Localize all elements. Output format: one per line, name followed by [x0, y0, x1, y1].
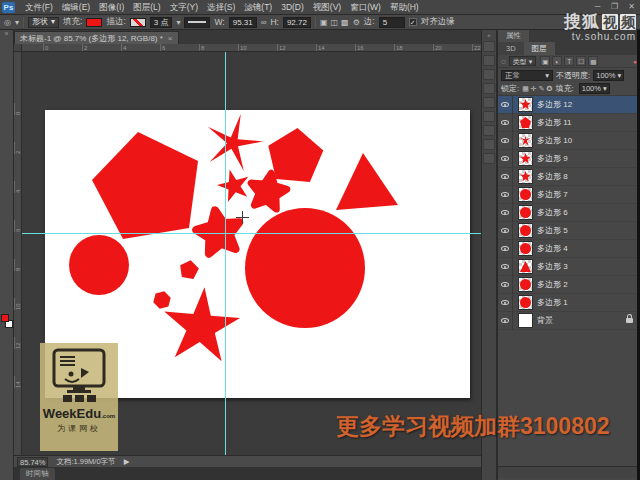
toolbar-collapse-icon[interactable]: »: [0, 30, 13, 38]
fill-color-swatch[interactable]: [86, 18, 102, 27]
history-panel-icon[interactable]: [483, 41, 495, 52]
visibility-toggle[interactable]: [498, 240, 513, 258]
多边形 6[interactable]: 多边形 6: [498, 204, 640, 222]
menu-item[interactable]: 帮助(H): [386, 0, 423, 14]
shape-circle-large[interactable]: [245, 208, 365, 328]
shape-star-thin[interactable]: [208, 114, 263, 171]
多边形 4[interactable]: 多边形 4: [498, 240, 640, 258]
多边形 8[interactable]: 多边形 8: [498, 168, 640, 186]
gear-icon[interactable]: ⚙: [353, 18, 360, 27]
layer-thumbnail[interactable]: [518, 133, 533, 148]
多边形 1[interactable]: 多边形 1: [498, 294, 640, 312]
多边形 9[interactable]: 多边形 9: [498, 150, 640, 168]
path-operation-icon[interactable]: ▩: [341, 18, 349, 27]
layer-filter-icon[interactable]: ▩: [588, 56, 598, 66]
layer-thumbnail[interactable]: [518, 277, 533, 292]
多边形 2[interactable]: 多边形 2: [498, 276, 640, 294]
layer-name[interactable]: 多边形 6: [537, 207, 568, 218]
layer-thumbnail[interactable]: [518, 313, 533, 328]
stroke-width-arrow-icon[interactable]: ▾: [176, 18, 180, 27]
visibility-toggle[interactable]: [498, 186, 513, 204]
status-expand-icon[interactable]: ▶: [124, 457, 130, 466]
menu-item[interactable]: 图像(I): [95, 0, 128, 14]
layer-filter-icon[interactable]: ▣: [540, 56, 550, 66]
zoom-level-field[interactable]: 85.74%: [17, 457, 48, 467]
foreground-color-swatch[interactable]: [1, 314, 9, 322]
menu-item[interactable]: 文字(Y): [166, 0, 202, 14]
character-panel-icon[interactable]: [483, 111, 495, 122]
lock-option-icon[interactable]: ✪: [547, 85, 553, 93]
visibility-toggle[interactable]: [498, 96, 513, 114]
fill-field[interactable]: 100% ▾: [579, 83, 610, 94]
visibility-toggle[interactable]: [498, 132, 513, 150]
menu-item[interactable]: 编辑(E): [58, 0, 94, 14]
visibility-toggle[interactable]: [498, 294, 513, 312]
layer-thumbnail[interactable]: [518, 115, 533, 130]
背景[interactable]: 背景: [498, 312, 640, 330]
多边形 10[interactable]: 多边形 10: [498, 132, 640, 150]
sides-field[interactable]: 5: [379, 17, 405, 28]
path-operation-icon[interactable]: ◫: [331, 18, 339, 27]
shape-hexagon-tiny[interactable]: [153, 291, 170, 308]
shape-star-large[interactable]: [164, 287, 240, 361]
guide-vertical[interactable]: [225, 52, 226, 455]
tool-preset-arrow-icon[interactable]: ▾: [15, 18, 19, 27]
layer-filter-icon[interactable]: ◐: [552, 56, 562, 66]
path-operation-icon[interactable]: ▣: [320, 18, 328, 27]
color-panel-icon[interactable]: [483, 69, 495, 80]
visibility-toggle[interactable]: [498, 258, 513, 276]
menu-item[interactable]: 视图(V): [309, 0, 345, 14]
align-edges-checkbox[interactable]: ✓: [409, 18, 417, 26]
多边形 3[interactable]: 多边形 3: [498, 258, 640, 276]
layer-thumbnail[interactable]: [518, 151, 533, 166]
layer-filter-icon[interactable]: T: [564, 56, 574, 66]
layer-thumbnail[interactable]: [518, 169, 533, 184]
layer-name[interactable]: 多边形 10: [537, 135, 572, 146]
layer-filter-icon[interactable]: ☐: [576, 56, 586, 66]
visibility-toggle[interactable]: [498, 204, 513, 222]
layer-thumbnail[interactable]: [518, 223, 533, 238]
stroke-width-field[interactable]: 3 点: [150, 17, 173, 28]
多边形 12[interactable]: 多边形 12: [498, 96, 640, 114]
menu-item[interactable]: 3D(D): [277, 0, 308, 14]
tab-3d[interactable]: 3D: [498, 42, 524, 55]
visibility-toggle[interactable]: [498, 114, 513, 132]
shape-circle-left[interactable]: [69, 235, 129, 295]
layer-thumbnail[interactable]: [518, 187, 533, 202]
visibility-toggle[interactable]: [498, 168, 513, 186]
layer-thumbnail[interactable]: [518, 97, 533, 112]
tool-mode-dropdown[interactable]: 形状 ▾: [28, 17, 59, 28]
shape-pentagon-top-right[interactable]: [268, 128, 323, 182]
menu-item[interactable]: 选择(S): [203, 0, 239, 14]
menu-item[interactable]: 滤镜(T): [240, 0, 276, 14]
layer-thumbnail[interactable]: [518, 241, 533, 256]
layer-name[interactable]: 多边形 2: [537, 279, 568, 290]
dock-collapse-icon[interactable]: «: [487, 32, 490, 38]
swatches-panel-icon[interactable]: [483, 55, 495, 66]
layer-name[interactable]: 多边形 3: [537, 261, 568, 272]
多边形 11[interactable]: 多边形 11: [498, 114, 640, 132]
document-tab[interactable]: 未标题-1 @ 85.7% (多边形 12, RGB/8) * ×: [14, 31, 179, 44]
shape-width-field[interactable]: 95.31: [229, 17, 257, 28]
visibility-toggle[interactable]: [498, 150, 513, 168]
info-panel-icon[interactable]: [483, 139, 495, 150]
visibility-toggle[interactable]: [498, 312, 513, 330]
stroke-color-swatch[interactable]: [130, 18, 146, 27]
left-ruler[interactable]: 02468101214: [14, 52, 22, 455]
lock-option-icon[interactable]: ✎: [539, 85, 545, 93]
layer-name[interactable]: 多边形 12: [537, 99, 572, 110]
shape-height-field[interactable]: 92.72: [283, 17, 311, 28]
lock-option-icon[interactable]: ✛: [531, 85, 537, 93]
styles-panel-icon[interactable]: [483, 97, 495, 108]
tool-preset-icon[interactable]: ◎: [4, 18, 11, 27]
layer-thumbnail[interactable]: [518, 295, 533, 310]
layer-name[interactable]: 多边形 1: [537, 297, 568, 308]
menu-item[interactable]: 图层(L): [129, 0, 164, 14]
tab-close-icon[interactable]: ×: [168, 32, 173, 44]
stroke-style-dropdown[interactable]: [184, 17, 210, 28]
menu-item[interactable]: 窗口(W): [346, 0, 385, 14]
tab-properties[interactable]: 属性: [498, 30, 529, 42]
shape-star-bumpy[interactable]: [196, 210, 239, 253]
layer-thumbnail[interactable]: [518, 205, 533, 220]
paragraph-panel-icon[interactable]: [483, 125, 495, 136]
